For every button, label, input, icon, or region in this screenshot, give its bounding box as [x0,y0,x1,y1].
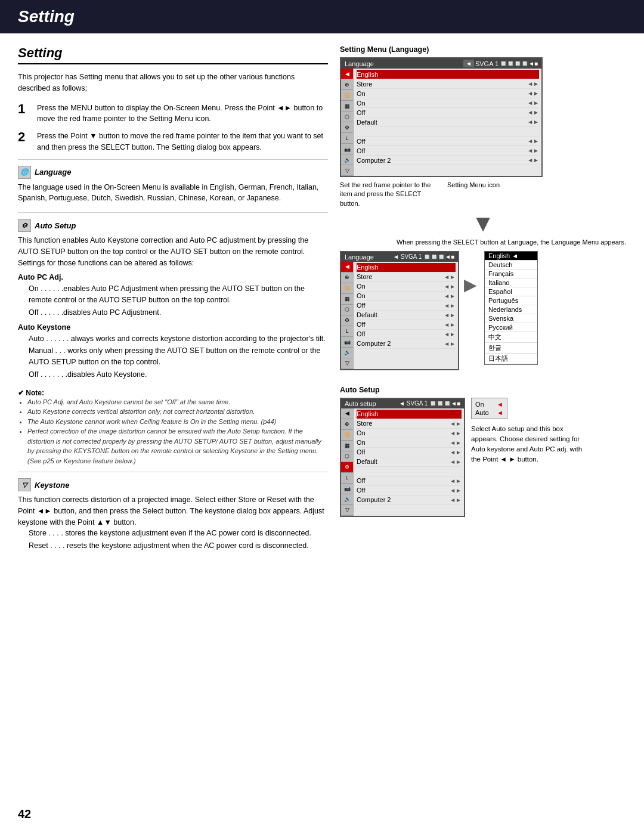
bottom-menu-body: ◀ ⊕ 🔆 ▦ ⬡ ⚙ L 📷 🔊 ▽ [341,262,458,369]
as-field-computer2: Computer 2 ◄► [357,496,462,505]
sidebar-icon-9: ▽ [341,165,353,176]
step-1: 1 Press the MENU button to display the O… [18,103,328,125]
auto-setup-menu-icons: ◄ SVGA 1 🔲🔲🔲◄■ [399,400,460,407]
note-item-2: The Auto Keystone cannot work when Ceili… [27,417,328,427]
menu-field-blank [357,127,539,137]
lang-item-chinese: 中文 [485,332,537,343]
auto-setup-menu-body: ◀ ⊕ 🔆 ▦ ⬡ ⚙ L 📷 🔊 ▽ [341,408,464,516]
as-field-store: Store ◄► [357,419,462,429]
bottom-menu-icons: ◄ SVGA 1 🔲🔲🔲◄■ [393,253,454,260]
language-menu-ui-bottom: Language ◄ SVGA 1 🔲🔲🔲◄■ ◀ ⊕ 🔆 ▦ ⬡ ⚙ [340,251,459,370]
auto-setup-menu-ui: Auto setup ◄ SVGA 1 🔲🔲🔲◄■ ◀ ⊕ 🔆 ▦ ⬡ ⚙ [340,398,465,517]
popup-on-label: On [475,401,493,408]
as-sidebar-icon-0: ◀ [341,408,353,419]
bottom-sidebar-icon-7: 📷 [341,337,353,348]
select-note: Select Auto setup and this box appears. … [471,424,590,465]
feature-language-heading: 🌐 Language [18,166,328,179]
as-field-on-1: On ◄► [357,429,462,438]
feature-language-title: Language [35,168,71,176]
popup-on-arrows: ◄ [497,401,503,408]
language-menu-fields: English Store ◄► On ◄► On ◄► [354,69,541,176]
bottom-sidebar-icon-8: 🔊 [341,348,353,358]
intro-text: This projector has Setting menu that all… [18,72,328,94]
bottom-field-on-2: On ◄► [357,292,456,301]
bottom-field-off-1: Off ◄► [357,301,456,311]
bottom-field-store: Store ◄► [357,272,456,282]
feature-keystone-heading: ▽ Keystone [18,478,328,491]
menu-field-on-1: On ◄► [357,89,539,98]
as-sidebar-icon-6: L [341,473,353,484]
as-sidebar-icon-5: ⚙ [341,462,353,473]
sidebar-icon-5: ⚙ [341,122,353,133]
sidebar-icon-6: L [341,133,353,144]
section-title: Setting [18,45,328,64]
note-list: Auto PC Adj. and Auto Keystone cannot be… [18,397,328,466]
bottom-sidebar-icon-1: ⊕ [341,272,353,283]
as-field-blank [357,467,462,476]
step-2-number: 2 [18,131,31,153]
bottom-field-off-3: Off ◄► [357,330,456,339]
auto-keystone-heading: Auto Keystone [18,323,328,332]
feature-keystone-text: This function corrects distortion of a p… [18,494,328,528]
bottom-field-off-2: Off ◄► [357,320,456,330]
lang-item-italiano: Italiano [485,278,537,287]
auto-setup-label: Auto Setup [340,386,626,394]
feature-auto-setup-text: This function enables Auto Keystone corr… [18,235,328,268]
bottom-sidebar-icon-9: ▽ [341,358,353,369]
auto-pc-heading: Auto PC Adj. [18,273,328,281]
lang-item-russian: Русский [485,323,537,332]
auto-setup-popup-fields: On ◄ Auto ◄ [472,398,507,419]
feature-auto-setup-title: Auto Setup [35,221,76,230]
language-menu-titlebar: Language ◄ SVGA 1 🔲🔲🔲🔲◄■ [341,58,541,69]
as-sidebar-icon-1: ⊕ [341,419,353,430]
lang-item-english: English ◄ [485,252,537,261]
lang-item-deutsch: Deutsch [485,261,537,270]
as-sidebar-icon-3: ▦ [341,441,353,451]
auto-keystone-list: Auto . . . . . . always works and correc… [18,333,328,380]
lang-item-espanol: Español [485,287,537,296]
callout-row: Set the red frame pointer to the item an… [340,181,626,208]
keystone-options: Store . . . . stores the keystone adjust… [18,528,328,552]
sidebar-icon-8: 🔊 [341,154,353,165]
sidebar-icon-0: ◀ [341,69,353,79]
auto-setup-diagram: Auto setup ◄ SVGA 1 🔲🔲🔲◄■ ◀ ⊕ 🔆 ▦ ⬡ ⚙ [340,398,626,521]
as-field-off-3: Off ◄► [357,486,462,496]
as-field-off-1: Off ◄► [357,448,462,457]
arrow-down-icon: ▼ [340,211,626,235]
keystone-store: Store . . . . stores the keystone adjust… [29,528,328,539]
auto-keystone-off: Off . . . . . . .disables Auto Keystone. [29,369,328,380]
sidebar-icon-1: ⊕ [341,79,353,90]
page-number: 42 [18,807,31,821]
popup-auto-label: Auto [475,409,493,416]
sidebar-icon-2: 🔆 [341,90,353,101]
callout-2: Setting Menu icon [447,181,500,208]
bottom-field-on-1: On ◄► [357,282,456,292]
sidebar-icon-4: ⬡ [341,112,353,122]
popup-auto-arrows: ◄ [497,409,503,416]
menu-bar-icon-left: ◄ [463,60,474,67]
menu-field-english: English [357,70,539,79]
setting-menu-language-section: Setting Menu (Language) Language ◄ SVGA … [340,45,626,374]
note-title: Note: [18,389,328,397]
setting-menu-language-label: Setting Menu (Language) [340,45,626,54]
feature-keystone: ▽ Keystone This function corrects distor… [18,478,328,552]
menu-field-off-3: Off ◄► [357,146,539,156]
bottom-sidebar-icon-0: ◀ [341,262,353,272]
step-2: 2 Press the Point ▼ button to move the r… [18,131,328,153]
page-header-title: Setting [18,7,626,26]
bottom-menu-titlebar: Language ◄ SVGA 1 🔲🔲🔲◄■ [341,252,458,262]
bottom-field-default: Default ◄► [357,311,456,320]
as-field-on-2: On ◄► [357,438,462,448]
auto-pc-off-label: Off . . . . . .disables Auto PC Adjustme… [29,308,161,317]
menu-field-store: Store ◄► [357,79,539,89]
language-icon: 🌐 [18,166,31,179]
keystone-reset: Reset . . . . resets the keystone adjust… [29,540,328,552]
auto-keystone-auto: Auto . . . . . . always works and correc… [29,333,328,345]
page-header: Setting [0,0,644,33]
popup-field-on: On ◄ [475,401,503,408]
auto-setup-section: Auto Setup Auto setup ◄ SVGA 1 🔲🔲🔲◄■ ◀ [340,386,626,521]
lang-item-japanese: 日本語 [485,354,537,364]
menu-field-off-2: Off ◄► [357,137,539,146]
step-1-number: 1 [18,103,31,125]
menu-field-computer2: Computer 2 ◄► [357,156,539,165]
